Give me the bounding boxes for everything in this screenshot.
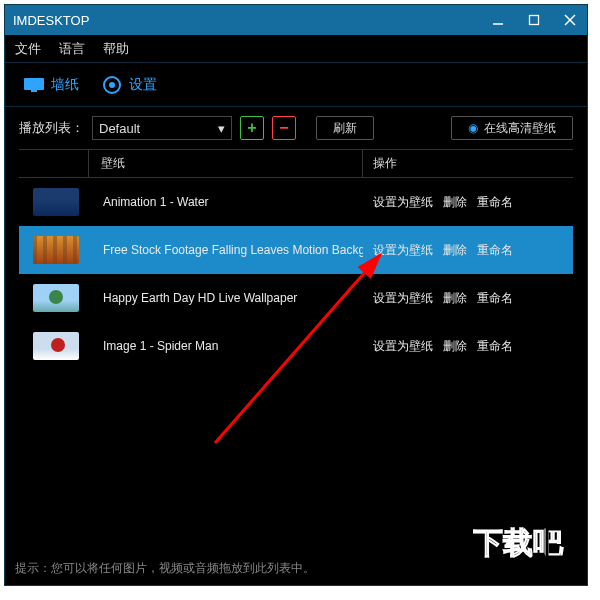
thumbnail bbox=[33, 236, 79, 264]
svg-rect-4 bbox=[24, 78, 44, 90]
row-actions: 设置为壁纸删除重命名 bbox=[363, 290, 573, 307]
remove-button[interactable]: − bbox=[272, 116, 296, 140]
row-actions: 设置为壁纸删除重命名 bbox=[363, 338, 573, 355]
refresh-label: 刷新 bbox=[333, 120, 357, 137]
window-controls bbox=[489, 11, 579, 29]
watermark: 下载吧 www.xiazaiba.com bbox=[473, 521, 583, 581]
table-header-row: 壁纸 操作 bbox=[19, 150, 573, 178]
table-body: Animation 1 - Water设置为壁纸删除重命名Free Stock … bbox=[19, 178, 573, 370]
thumbnail bbox=[33, 284, 79, 312]
set-wallpaper-action[interactable]: 设置为壁纸 bbox=[373, 290, 433, 307]
rename-action[interactable]: 重命名 bbox=[477, 194, 513, 211]
tab-settings[interactable]: 设置 bbox=[93, 72, 165, 98]
delete-action[interactable]: 删除 bbox=[443, 194, 467, 211]
hint-text: 提示：您可以将任何图片，视频或音频拖放到此列表中。 bbox=[15, 560, 315, 577]
add-button[interactable]: + bbox=[240, 116, 264, 140]
maximize-button[interactable] bbox=[525, 11, 543, 29]
menu-help[interactable]: 帮助 bbox=[103, 40, 129, 58]
svg-text:www.xiazaiba.com: www.xiazaiba.com bbox=[476, 562, 559, 573]
svg-rect-1 bbox=[530, 16, 539, 25]
set-wallpaper-action[interactable]: 设置为壁纸 bbox=[373, 338, 433, 355]
menu-language[interactable]: 语言 bbox=[59, 40, 85, 58]
table-row[interactable]: Animation 1 - Water设置为壁纸删除重命名 bbox=[19, 178, 573, 226]
row-actions: 设置为壁纸删除重命名 bbox=[363, 194, 573, 211]
thumbnail bbox=[33, 332, 79, 360]
minimize-button[interactable] bbox=[489, 11, 507, 29]
titlebar-title: IMDESKTOP bbox=[13, 13, 489, 28]
monitor-icon bbox=[23, 76, 45, 94]
playlist-value: Default bbox=[99, 121, 140, 136]
row-name: Happy Earth Day HD Live Wallpaper bbox=[79, 291, 363, 305]
online-label: 在线高清壁纸 bbox=[484, 120, 556, 137]
tabstrip: 墙纸 设置 bbox=[5, 63, 587, 107]
tab-settings-label: 设置 bbox=[129, 76, 157, 94]
chevron-down-icon: ▾ bbox=[218, 121, 225, 136]
online-wallpaper-button[interactable]: ◉ 在线高清壁纸 bbox=[451, 116, 573, 140]
svg-rect-5 bbox=[31, 90, 37, 92]
delete-action[interactable]: 删除 bbox=[443, 242, 467, 259]
app-window: IMDESKTOP 文件 语言 帮助 墙纸 bbox=[4, 4, 588, 586]
set-wallpaper-action[interactable]: 设置为壁纸 bbox=[373, 194, 433, 211]
delete-action[interactable]: 删除 bbox=[443, 290, 467, 307]
row-actions: 设置为壁纸删除重命名 bbox=[363, 242, 573, 259]
playlist-select[interactable]: Default ▾ bbox=[92, 116, 232, 140]
svg-point-7 bbox=[109, 82, 115, 88]
titlebar: IMDESKTOP bbox=[5, 5, 587, 35]
wallpaper-table: 壁纸 操作 Animation 1 - Water设置为壁纸删除重命名Free … bbox=[19, 149, 573, 370]
thumbnail bbox=[33, 188, 79, 216]
header-wallpaper: 壁纸 bbox=[89, 150, 363, 177]
menubar: 文件 语言 帮助 bbox=[5, 35, 587, 63]
row-name: Free Stock Footage Falling Leaves Motion… bbox=[79, 243, 363, 257]
table-row[interactable]: Image 1 - Spider Man设置为壁纸删除重命名 bbox=[19, 322, 573, 370]
menu-file[interactable]: 文件 bbox=[15, 40, 41, 58]
gear-icon bbox=[101, 76, 123, 94]
table-row[interactable]: Free Stock Footage Falling Leaves Motion… bbox=[19, 226, 573, 274]
svg-text:下载吧: 下载吧 bbox=[473, 526, 564, 559]
rename-action[interactable]: 重命名 bbox=[477, 290, 513, 307]
playlist-label: 播放列表： bbox=[19, 119, 84, 137]
header-thumb bbox=[19, 150, 89, 177]
row-name: Image 1 - Spider Man bbox=[79, 339, 363, 353]
tab-wallpaper[interactable]: 墙纸 bbox=[15, 72, 87, 98]
tab-wallpaper-label: 墙纸 bbox=[51, 76, 79, 94]
delete-action[interactable]: 删除 bbox=[443, 338, 467, 355]
row-name: Animation 1 - Water bbox=[79, 195, 363, 209]
refresh-button[interactable]: 刷新 bbox=[316, 116, 374, 140]
set-wallpaper-action[interactable]: 设置为壁纸 bbox=[373, 242, 433, 259]
globe-icon: ◉ bbox=[468, 121, 478, 135]
close-button[interactable] bbox=[561, 11, 579, 29]
header-actions: 操作 bbox=[363, 150, 573, 177]
svg-rect-11 bbox=[547, 529, 577, 557]
rename-action[interactable]: 重命名 bbox=[477, 338, 513, 355]
table-row[interactable]: Happy Earth Day HD Live Wallpaper设置为壁纸删除… bbox=[19, 274, 573, 322]
rename-action[interactable]: 重命名 bbox=[477, 242, 513, 259]
toolbar: 播放列表： Default ▾ + − 刷新 ◉ 在线高清壁纸 bbox=[5, 107, 587, 149]
